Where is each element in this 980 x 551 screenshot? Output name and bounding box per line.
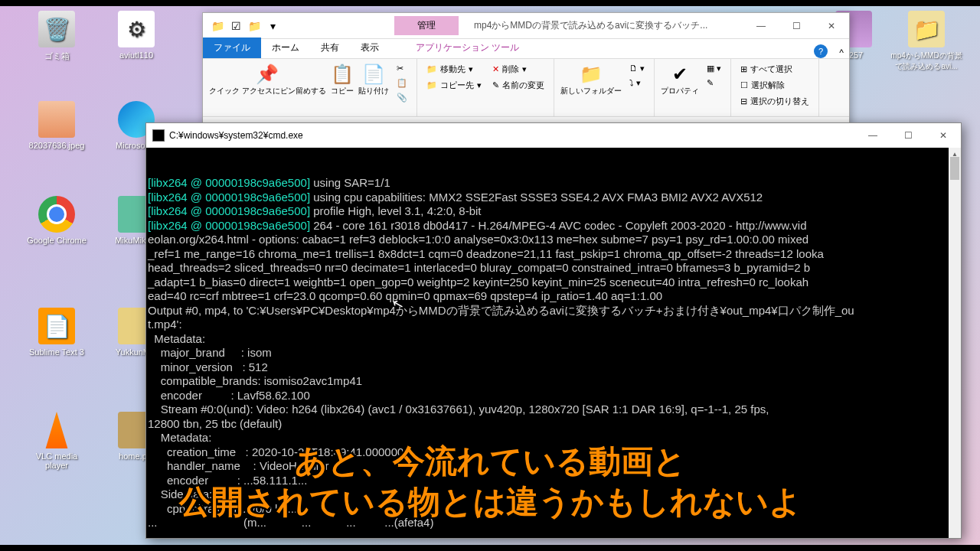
ribbon-delete[interactable]: ✕ 削除 ▾ — [489, 62, 547, 77]
desktop-icon-recycle-bin[interactable]: 🗑️ ゴミ箱 — [26, 11, 87, 62]
ribbon-copy[interactable]: 📋 コピー — [331, 62, 354, 95]
ribbon-select-all[interactable]: ⊞ すべて選択 — [737, 62, 812, 77]
ribbon-tabs: ファイル ホーム 共有 表示 アプリケーション ツール ? ^ — [203, 39, 849, 59]
dropdown-icon[interactable]: ▾ — [264, 18, 281, 34]
ribbon-shortcut[interactable]: 📎 — [394, 91, 410, 104]
vlc-icon — [38, 412, 75, 448]
desktop-icon-jpeg[interactable]: 82037636.jpeg — [26, 101, 87, 150]
scrollbar-thumb[interactable] — [950, 157, 959, 180]
ribbon-new-item[interactable]: 🗋 ▾ — [626, 62, 648, 75]
ribbon-select-none[interactable]: ☐ 選択解除 — [737, 78, 812, 93]
explorer-titlebar[interactable]: 📁 ☑ 📁 ▾ 管理 mp4からMMDの背景で読み込めるaviに変換するバッチ.… — [203, 13, 849, 39]
desktop-icon-sublime[interactable]: 📄 Sublime Text 3 — [26, 308, 87, 357]
maximize-button[interactable]: ☐ — [890, 124, 926, 147]
recycle-bin-icon: 🗑️ — [38, 11, 75, 47]
desktop-icon-vlc[interactable]: VLC media player — [26, 412, 87, 470]
ribbon-open[interactable]: ▦ ▾ — [704, 62, 724, 75]
icon-label: Sublime Text 3 — [26, 347, 87, 357]
ribbon-properties[interactable]: ✔ プロパティ — [661, 62, 699, 95]
icon-label: Google Chrome — [26, 236, 87, 245]
cmd-title: C:¥windows¥system32¥cmd.exe — [169, 130, 855, 141]
tab-view[interactable]: 表示 — [350, 37, 390, 58]
quick-access-toolbar: 📁 ☑ 📁 ▾ — [203, 18, 287, 34]
collapse-ribbon-icon[interactable]: ^ — [834, 47, 849, 58]
folder-icon[interactable]: 📁 — [246, 18, 263, 34]
desktop: 🗑️ ゴミ箱 ⚙ aviutl110 82037636.jpeg Microso… — [0, 6, 980, 545]
video-subtitle: あと、今流れている動画と 公開されている物とは違うかもしれないよ — [179, 442, 802, 522]
app-icon: ⚙ — [118, 11, 155, 47]
copy-icon: 📋 — [331, 62, 354, 86]
icon-label: ゴミ箱 — [26, 51, 87, 62]
pin-icon: 📌 — [209, 62, 326, 86]
window-title: mp4からMMDの背景で読み込めるaviに変換するバッチ... — [459, 19, 743, 32]
context-tab-label: 管理 — [394, 16, 459, 35]
ribbon-move-to[interactable]: 📁 移動先 ▾ — [423, 62, 485, 77]
ribbon-new-folder[interactable]: 📁 新しいフォルダー — [560, 62, 622, 95]
ribbon-invert-selection[interactable]: ⊟ 選択の切り替え — [737, 94, 812, 109]
desktop-icon-right2[interactable]: 📁 mp4からMMDの背景で読み込めるavi... — [888, 11, 965, 72]
minimize-button[interactable]: — — [855, 124, 890, 147]
cmd-titlebar[interactable]: C:¥windows¥system32¥cmd.exe — ☐ ✕ — [146, 123, 961, 148]
subtitle-line: 公開されている物とは違うかもしれないよ — [179, 482, 802, 523]
scroll-up-icon[interactable]: ▲ — [949, 148, 961, 157]
ribbon-paste[interactable]: 📄 貼り付け — [358, 62, 389, 95]
chrome-icon — [38, 196, 75, 233]
tab-home[interactable]: ホーム — [261, 37, 310, 58]
icon-label: VLC media player — [26, 452, 87, 470]
ribbon-rename[interactable]: ✎ 名前の変更 — [489, 78, 547, 93]
properties-icon: ✔ — [661, 62, 699, 86]
new-folder-icon: 📁 — [560, 62, 622, 86]
ribbon-edit[interactable]: ✎ — [704, 77, 724, 90]
sublime-icon: 📄 — [38, 308, 75, 344]
minimize-button[interactable]: — — [743, 15, 779, 37]
ribbon-quick-access[interactable]: 📌 クイック アクセスにピン留めする — [209, 62, 326, 95]
icon-label: 82037636.jpeg — [26, 141, 87, 150]
icon-label: mp4からMMDの背景で読み込めるavi... — [888, 51, 965, 72]
close-button[interactable]: ✕ — [814, 15, 849, 37]
path-icon: 📋 — [397, 78, 407, 88]
tab-application-tools[interactable]: アプリケーション ツール — [405, 37, 530, 58]
ribbon-easy-access[interactable]: ⤵ ▾ — [626, 77, 648, 90]
cmd-icon — [152, 129, 165, 142]
image-icon — [38, 101, 75, 138]
cut-icon: ✂ — [397, 64, 403, 73]
paste-icon: 📄 — [358, 62, 389, 86]
folder-icon[interactable]: 📁 — [209, 18, 226, 34]
desktop-icon-aviutl[interactable]: ⚙ aviutl110 — [106, 11, 167, 60]
ribbon-content: 📌 クイック アクセスにピン留めする 📋 コピー 📄 貼り付け ✂ 📋 📎 — [203, 59, 849, 117]
explorer-window: 📁 ☑ 📁 ▾ 管理 mp4からMMDの背景で読み込めるaviに変換するバッチ.… — [202, 12, 850, 127]
desktop-icon-chrome[interactable]: Google Chrome — [26, 196, 87, 245]
qat-btn[interactable]: ☑ — [227, 18, 244, 34]
ribbon-copy-to[interactable]: 📁 コピー先 ▾ — [423, 78, 485, 93]
delete-icon: ✕ — [492, 64, 499, 74]
shortcut-icon: 📎 — [397, 93, 407, 103]
folder-icon: 📁 — [908, 11, 945, 47]
ribbon-copy-path[interactable]: 📋 — [394, 77, 410, 90]
ribbon-cut[interactable]: ✂ — [394, 62, 410, 75]
tab-file[interactable]: ファイル — [203, 37, 261, 58]
help-icon[interactable]: ? — [814, 44, 828, 58]
subtitle-line: あと、今流れている動画と — [179, 442, 802, 482]
tab-share[interactable]: 共有 — [310, 37, 350, 58]
scrollbar[interactable]: ▲ — [949, 148, 961, 538]
icon-label: aviutl110 — [106, 51, 167, 60]
maximize-button[interactable]: ☐ — [779, 15, 814, 37]
close-button[interactable]: ✕ — [926, 124, 961, 147]
